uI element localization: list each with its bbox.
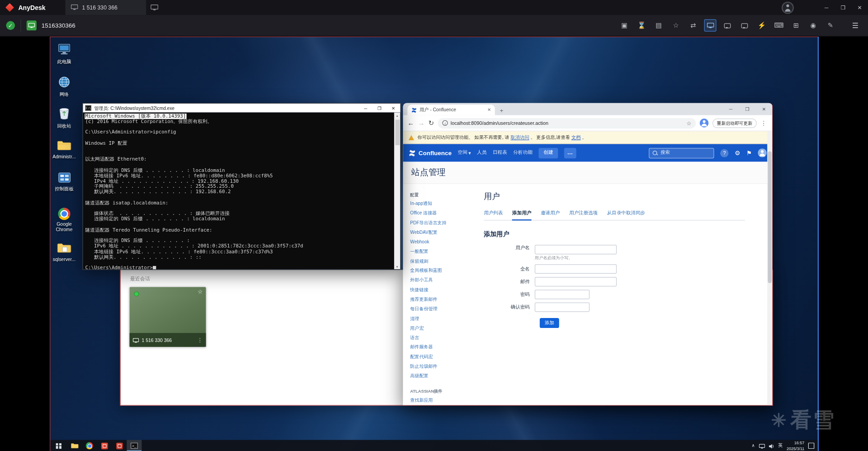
taskbar-chrome[interactable]	[82, 440, 97, 451]
connection-info-icon[interactable]: ▤	[653, 19, 665, 32]
desktop-icon-recycle-bin[interactable]: 回收站	[52, 108, 77, 129]
sidebar-item-office-connector[interactable]: Office 连接器	[410, 209, 475, 218]
sidebar-item-find-new-apps[interactable]: 查找新应用	[410, 395, 475, 405]
menu-icon[interactable]: ☰	[849, 19, 861, 32]
back-icon[interactable]: ←	[407, 119, 414, 127]
tile-more-icon[interactable]: ⋮	[197, 337, 203, 343]
desktop-icon-control-panel[interactable]: 控制面板	[52, 172, 77, 192]
desktop-icon-network[interactable]: 网络	[52, 76, 77, 97]
confluence-logo[interactable]: Confluence	[409, 149, 452, 157]
tab-add-user[interactable]: 添加用户	[512, 210, 531, 217]
scroll-down-icon[interactable]: ▼	[394, 263, 400, 269]
sidebar-item-webhook[interactable]: Webhook	[410, 237, 475, 247]
minimize-button[interactable]: ─	[722, 103, 739, 115]
fullname-field[interactable]	[535, 264, 617, 274]
email-field[interactable]	[535, 277, 617, 286]
chat-icon[interactable]	[722, 19, 734, 32]
tray-monitor-icon[interactable]	[759, 441, 764, 451]
taskbar-app-red-2[interactable]	[112, 440, 127, 451]
sidebar-item-user-macros[interactable]: 用户宏	[410, 323, 475, 333]
user-avatar[interactable]	[758, 148, 767, 157]
password-field[interactable]	[535, 290, 590, 299]
reload-icon[interactable]: ↻	[429, 119, 434, 127]
scroll-up-icon[interactable]: ▲	[394, 113, 400, 119]
announcements-flag-icon[interactable]: ⚑	[746, 149, 752, 157]
nav-spaces[interactable]: 空间▾	[458, 150, 471, 157]
sidebar-item-code-macro[interactable]: 配置代码宏	[410, 352, 475, 362]
cmd-terminal[interactable]: Microsoft Windows [版本 10.0.14393] (c) 20…	[83, 113, 401, 270]
tab-unsync-from-directory[interactable]: 从目录中取消同步	[607, 210, 645, 217]
minimize-button[interactable]: ─	[818, 0, 835, 15]
input-method-indicator[interactable]: 英	[778, 442, 783, 449]
sidebar-item-mail-servers[interactable]: 邮件服务器	[410, 342, 475, 352]
forward-icon[interactable]: →	[418, 119, 425, 127]
minimize-button[interactable]: ─	[359, 104, 373, 113]
scrollbar-thumb[interactable]	[768, 151, 772, 283]
sidebar-item-templates[interactable]: 全局模板和蓝图	[410, 266, 475, 275]
taskbar-cmd-active[interactable]: >_	[127, 440, 142, 451]
sidebar-item-webdav[interactable]: WebDAV配置	[410, 228, 475, 237]
record-icon[interactable]: ◉	[807, 19, 819, 32]
create-button[interactable]: 创建	[538, 147, 558, 158]
tab-user-list[interactable]: 用户列表	[484, 210, 503, 217]
tray-expand-icon[interactable]: ∧	[752, 443, 755, 448]
volume-icon[interactable]	[769, 441, 774, 451]
start-menu-key-icon[interactable]: ⊞	[790, 19, 802, 32]
sidebar-item-pdf-export[interactable]: PDF导出语言支持	[410, 218, 475, 228]
session-history-icon[interactable]: ⌛	[636, 19, 648, 32]
search-input[interactable]: 搜索	[649, 147, 714, 158]
cmd-titlebar[interactable]: C:\ 管理员: C:\Windows\system32\cmd.exe ─ ❐…	[83, 104, 401, 113]
desktop-icon-administrator-folder[interactable]: Administr...	[52, 140, 77, 160]
display-settings-icon[interactable]	[704, 19, 717, 32]
sidebar-item-advanced-config[interactable]: 高级配置	[410, 371, 475, 381]
screenshot-icon[interactable]: ▣	[618, 19, 631, 32]
sidebar-item-general-config[interactable]: 一般配置	[410, 247, 475, 256]
profile-avatar[interactable]	[700, 119, 709, 128]
docs-link[interactable]: 文档	[571, 134, 581, 140]
tab-close-icon[interactable]: ✕	[487, 108, 491, 113]
close-button[interactable]: ✕	[851, 0, 868, 15]
new-tab-button[interactable]: +	[495, 104, 508, 115]
sidebar-item-recommended-updates[interactable]: 推荐更新邮件	[410, 295, 475, 304]
keyboard-icon[interactable]: ⌨	[773, 19, 785, 32]
clock[interactable]: 16:57 2025/3/11	[787, 441, 804, 451]
remote-desktop[interactable]: 此电脑 网络 回收站 Administr... 控制面板 Google Chro…	[50, 37, 819, 451]
sidebar-item-shortcuts[interactable]: 快捷链接	[410, 285, 475, 294]
taskbar-file-explorer[interactable]	[67, 440, 82, 451]
desktop-icon-this-pc[interactable]: 此电脑	[52, 44, 77, 65]
nav-analytics[interactable]: 分析功能	[513, 150, 533, 157]
browser-menu-icon[interactable]: ⋮	[760, 119, 766, 127]
cmd-window[interactable]: C:\ 管理员: C:\Windows\system32\cmd.exe ─ ❐…	[82, 103, 401, 270]
session-tab[interactable]: 1 516 330 366	[66, 0, 146, 15]
confirm-password-field[interactable]	[535, 302, 590, 312]
recent-session-tile[interactable]: ☆ 1 516 330 366 ⋮	[130, 287, 206, 347]
tab-invite-user[interactable]: 邀请用户	[541, 210, 560, 217]
site-info-icon[interactable]: i	[442, 120, 448, 126]
actions-icon[interactable]: ⚡	[755, 19, 768, 32]
desktop-icon-google-chrome[interactable]: Google Chrome	[52, 208, 77, 233]
comment-icon[interactable]	[738, 19, 750, 32]
favorite-star-icon[interactable]: ☆	[670, 19, 682, 32]
sidebar-item-inapp[interactable]: In-app通知	[410, 199, 475, 209]
add-user-submit-button[interactable]: 添加	[540, 318, 559, 328]
close-button[interactable]: ✕	[387, 104, 401, 113]
help-icon[interactable]: ?	[720, 149, 728, 157]
desktop-icon-sqlserver-folder[interactable]: sqlserver...	[52, 242, 77, 262]
new-session-button[interactable]	[146, 0, 163, 15]
favorite-star-icon[interactable]: ☆	[198, 289, 203, 294]
revoke-access-link[interactable]: 取消访问	[511, 134, 529, 140]
file-transfer-icon[interactable]: ⇄	[687, 19, 699, 32]
cmd-scrollbar[interactable]: ▲ ▼	[394, 113, 400, 270]
browser-tab[interactable]: 用户 - Confluence ✕	[407, 104, 495, 115]
tab-signup-options[interactable]: 用户注册选项	[569, 210, 598, 217]
page-scrollbar[interactable]	[767, 131, 772, 405]
sidebar-item-spam-prevention[interactable]: 防止垃圾邮件	[410, 362, 475, 371]
taskbar-app-red-1[interactable]	[97, 440, 112, 451]
relaunch-to-update-button[interactable]: 重新启动即可更新	[712, 118, 757, 128]
anydesk-titlebar[interactable]: AnyDesk 1 516 330 366 ─ ❐ ✕	[0, 0, 868, 15]
sidebar-item-retention[interactable]: 保留规则	[410, 256, 475, 266]
scrollbar-thumb[interactable]	[395, 120, 400, 145]
sidebar-item-gadgets[interactable]: 外部小工具	[410, 275, 475, 285]
nav-calendars[interactable]: 日程表	[493, 150, 507, 157]
bookmark-star-icon[interactable]: ☆	[686, 120, 691, 126]
